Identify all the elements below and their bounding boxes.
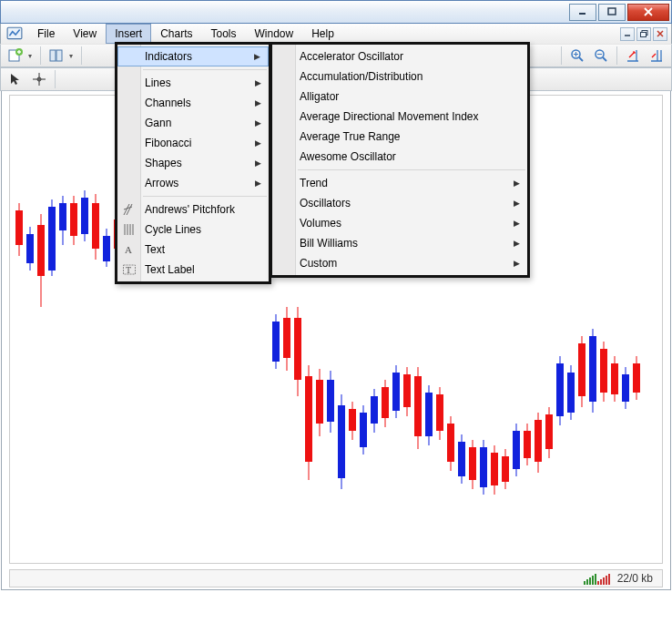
insert-indicators[interactable]: Indicators▶ xyxy=(117,46,269,66)
submenu-arrow-icon: ▶ xyxy=(255,118,261,128)
indicator-average-true-range[interactable]: Average True Range xyxy=(272,127,527,147)
candle xyxy=(502,449,509,489)
insert-fibonacci[interactable]: Fibonacci▶ xyxy=(117,133,269,153)
candle xyxy=(294,307,301,396)
menu-item-label: Custom xyxy=(300,257,337,270)
candle xyxy=(81,190,88,241)
window-maximize-button[interactable] xyxy=(598,4,626,21)
candle xyxy=(305,365,312,480)
indicator-trend[interactable]: Trend▶ xyxy=(272,173,527,193)
submenu-arrow-icon: ▶ xyxy=(514,239,520,248)
candle xyxy=(382,380,389,427)
candle xyxy=(425,385,433,445)
text-icon: A xyxy=(121,241,137,258)
indicator-average-directional-movement-index[interactable]: Average Directional Movement Index xyxy=(272,107,527,127)
insert-menu: Indicators▶Lines▶Channels▶Gann▶Fibonacci… xyxy=(115,42,271,284)
candle xyxy=(480,440,487,495)
insert-lines[interactable]: Lines▶ xyxy=(117,73,269,93)
menu-item-label: Average Directional Movement Index xyxy=(300,110,479,123)
svg-rect-6 xyxy=(50,50,56,61)
indicator-alligator[interactable]: Alligator xyxy=(272,87,527,107)
submenu-arrow-icon: ▶ xyxy=(255,158,261,168)
candle xyxy=(491,445,498,495)
menu-item-label: Lines xyxy=(145,77,171,89)
window-minimize-button[interactable] xyxy=(569,4,596,21)
candle xyxy=(600,342,607,402)
insert-text-label[interactable]: TText Label xyxy=(117,260,269,280)
insert-arrows[interactable]: Arrows▶ xyxy=(117,173,269,193)
candle xyxy=(535,413,542,473)
menu-item-label: Awesome Oscillator xyxy=(300,150,396,163)
new-chart-dropdown[interactable]: ▾ xyxy=(28,52,36,60)
insert-cycle-lines[interactable]: Cycle Lines xyxy=(117,220,269,240)
menu-item-label: Alligator xyxy=(300,90,339,103)
window-close-button[interactable] xyxy=(627,4,669,21)
candle xyxy=(48,199,56,276)
indicators-submenu: Accelerator OscillatorAccumulation/Distr… xyxy=(270,42,530,278)
indicator-bill-williams[interactable]: Bill Williams▶ xyxy=(272,233,527,253)
insert-shapes[interactable]: Shapes▶ xyxy=(117,153,269,173)
scroll-to-end-button[interactable] xyxy=(622,46,644,66)
candle xyxy=(622,367,629,409)
zoom-in-button[interactable] xyxy=(566,46,588,66)
menu-item-label: Bill Williams xyxy=(300,237,358,250)
candle xyxy=(633,356,640,400)
indicator-oscillators[interactable]: Oscillators▶ xyxy=(272,193,527,213)
mdi-restore-button[interactable] xyxy=(636,27,651,41)
candle xyxy=(316,369,323,436)
candle xyxy=(578,336,585,407)
menu-view[interactable]: View xyxy=(64,24,106,44)
connection-bars-icon xyxy=(584,572,610,585)
pitchfork-icon xyxy=(121,201,137,218)
insert-channels[interactable]: Channels▶ xyxy=(117,93,269,113)
indicator-volumes[interactable]: Volumes▶ xyxy=(272,213,527,233)
candle xyxy=(349,402,356,440)
chart-shift-button[interactable] xyxy=(646,46,667,66)
indicator-awesome-oscillator[interactable]: Awesome Oscillator xyxy=(272,147,527,167)
candle xyxy=(272,314,280,369)
candle xyxy=(70,196,77,245)
menu-help[interactable]: Help xyxy=(302,24,343,44)
menu-item-label: Text xyxy=(145,243,165,256)
svg-rect-0 xyxy=(608,8,616,15)
indicator-accelerator-oscillator[interactable]: Accelerator Oscillator xyxy=(272,46,527,66)
new-chart-button[interactable] xyxy=(5,46,26,66)
mdi-window-controls xyxy=(620,24,671,44)
status-bar: 22/0 kb xyxy=(9,569,663,587)
submenu-arrow-icon: ▶ xyxy=(514,199,520,208)
insert-text[interactable]: AText xyxy=(117,240,269,260)
candle xyxy=(611,356,618,402)
candle xyxy=(59,196,66,245)
connection-status: 22/0 kb xyxy=(617,572,653,585)
profiles-dropdown[interactable]: ▾ xyxy=(69,52,76,60)
submenu-arrow-icon: ▶ xyxy=(255,138,261,148)
candle xyxy=(567,365,575,420)
submenu-arrow-icon: ▶ xyxy=(514,219,520,228)
insert-andrews-pitchfork[interactable]: Andrews' Pitchfork xyxy=(117,199,269,220)
crosshair-button[interactable] xyxy=(28,69,50,89)
candle xyxy=(447,416,454,471)
indicator-custom[interactable]: Custom▶ xyxy=(272,253,527,273)
menu-item-label: Gann xyxy=(145,117,171,129)
candle xyxy=(545,407,553,458)
menu-item-label: Accumulation/Distribution xyxy=(300,70,423,83)
cursor-button[interactable] xyxy=(5,69,26,89)
submenu-arrow-icon: ▶ xyxy=(254,52,260,61)
menu-charts[interactable]: Charts xyxy=(151,24,201,44)
menu-tools[interactable]: Tools xyxy=(202,24,246,44)
candle xyxy=(103,229,110,267)
candle xyxy=(327,371,334,433)
menu-window[interactable]: Window xyxy=(246,24,303,44)
menu-insert[interactable]: Insert xyxy=(106,24,151,44)
menu-file[interactable]: File xyxy=(28,24,64,44)
zoom-out-button[interactable] xyxy=(590,46,612,66)
indicator-accumulation-distribution[interactable]: Accumulation/Distribution xyxy=(272,66,527,87)
profiles-button[interactable] xyxy=(46,46,67,66)
submenu-arrow-icon: ▶ xyxy=(255,179,261,188)
mdi-minimize-button[interactable] xyxy=(620,27,635,41)
menu-item-label: Andrews' Pitchfork xyxy=(145,203,235,216)
insert-gann[interactable]: Gann▶ xyxy=(117,113,269,133)
candle xyxy=(469,440,476,489)
svg-rect-3 xyxy=(640,32,646,36)
mdi-close-button[interactable] xyxy=(653,27,667,41)
